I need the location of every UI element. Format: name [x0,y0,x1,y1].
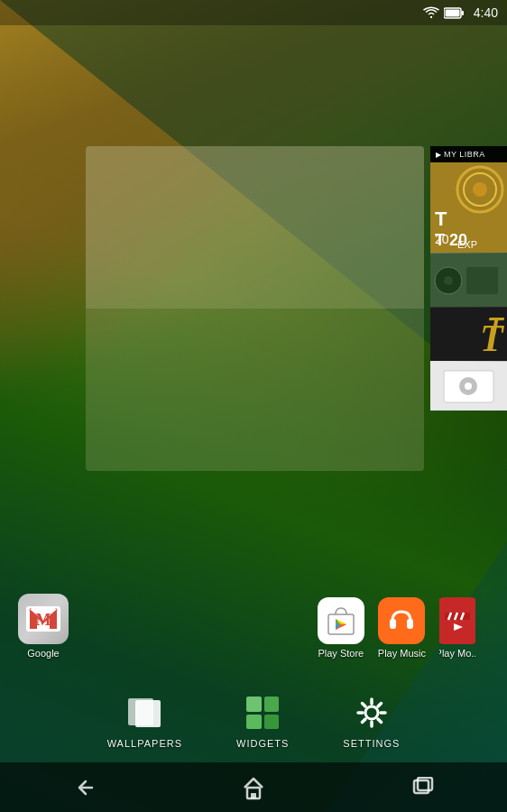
wallpapers-icon [126,695,162,731]
play-store-svg [324,604,358,638]
wallpapers-label: WALLPAPERS [107,738,182,749]
svg-point-6 [473,182,487,197]
svg-rect-30 [407,619,413,629]
svg-rect-13 [466,267,498,294]
svg-rect-1 [461,11,464,15]
svg-line-44 [378,704,382,707]
play-music-svg [384,604,419,638]
wallpaper-pages-icon [128,698,161,727]
widget-sq-4 [264,715,280,730]
app-icon-google[interactable]: M Google [18,594,69,659]
app-icons-row: M Google [0,594,507,659]
svg-text:M: M [36,611,51,629]
settings-icon-wrapper [354,695,390,731]
widgets-label: WIDGETS [236,738,289,749]
settings-action[interactable]: SETTINGS [343,695,400,749]
home-button[interactable] [226,770,281,806]
status-bar: 4:40 [0,0,507,25]
app-icon-play-movies[interactable]: Play Mo... [439,597,475,659]
play-movies-icon-img [439,597,475,644]
play-store-icon-img [318,597,364,644]
nav-bar [0,762,507,812]
svg-point-12 [444,276,453,285]
play-icon-small: ▶ [436,151,441,159]
svg-line-42 [362,704,365,707]
album-art-svg-2 [430,254,507,307]
album-item-1[interactable]: T 20 EXP [430,162,507,253]
svg-text:T: T [435,208,447,230]
album-cover-art-4 [430,361,507,411]
widget-sq-1 [246,697,262,712]
settings-gear-icon [355,696,389,730]
play-music-label: Play Music [378,648,426,659]
svg-point-37 [365,706,378,719]
app-icon-play-store[interactable]: Play Store [318,597,364,659]
back-button[interactable] [58,770,112,806]
wifi-icon [423,6,439,19]
my-library-header: ▶ MY LIBRA [430,146,507,162]
album-art-svg-3: T [430,308,507,361]
google-label: Google [27,648,59,659]
settings-label: SETTINGS [343,738,400,749]
back-arrow-icon [74,777,96,798]
album-item-4[interactable] [430,361,507,411]
svg-rect-2 [445,9,459,16]
svg-rect-29 [390,619,396,629]
svg-rect-47 [251,793,256,798]
widgets-icon-wrapper [244,695,281,731]
svg-line-43 [378,719,382,723]
app-icon-play-music[interactable]: Play Music [378,597,426,659]
album-art-svg-4 [430,362,507,411]
svg-point-19 [465,383,472,390]
play-store-label: Play Store [318,648,364,659]
album-item-2[interactable] [430,253,507,307]
recents-icon [410,777,435,798]
album-cover-art-2 [430,253,507,307]
widget-area [86,146,424,471]
widgets-action[interactable]: WIDGETS [236,695,289,749]
album-cover-art-3: T [430,307,507,361]
widget-sq-3 [246,715,262,730]
play-movies-label: Play Mo... [439,648,475,659]
album-art-svg-1: T 20 EXP [430,162,507,253]
widgets-grid-icon [246,697,279,729]
recents-button[interactable] [395,770,449,806]
album-cover-art-1: T 20 EXP [430,162,507,253]
battery-icon [444,7,464,19]
svg-text:EXP: EXP [457,239,477,250]
svg-text:20: 20 [435,232,449,246]
google-icon-wrapper: M [18,594,69,644]
album-item-3[interactable]: T [430,307,507,361]
svg-text:T: T [480,318,505,359]
my-library-title: MY LIBRA [444,150,485,159]
wallpapers-action[interactable]: WALLPAPERS [107,695,182,749]
gmail-svg: M [28,607,59,631]
gmail-icon: M [26,606,60,632]
play-music-icon-img [378,597,425,644]
status-time: 4:40 [474,5,498,20]
home-icon [241,775,266,800]
status-icons: 4:40 [423,5,498,20]
wallpaper-page-front [135,700,161,727]
widget-sq-2 [264,697,280,712]
play-movies-svg [440,604,475,638]
bottom-action-bar: WALLPAPERS WIDGETS [0,681,507,762]
svg-line-45 [362,719,365,723]
my-library-panel[interactable]: ▶ MY LIBRA T 20 EXP [430,146,507,411]
